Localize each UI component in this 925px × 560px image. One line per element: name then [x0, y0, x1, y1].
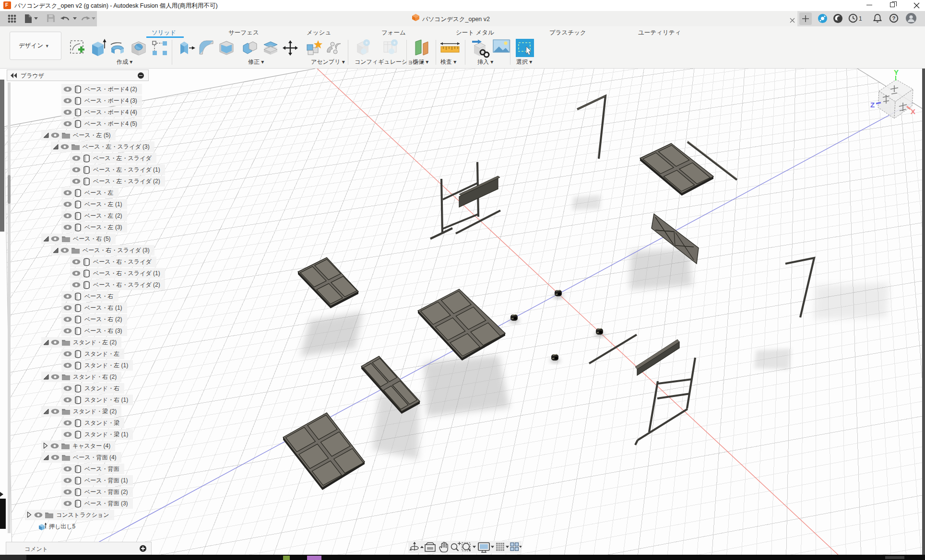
- svg-text:Y: Y: [894, 68, 899, 76]
- svg-text:+: +: [393, 40, 396, 46]
- svg-text:Z: Z: [870, 101, 875, 109]
- svg-text:+: +: [365, 40, 368, 46]
- svg-text:X: X: [911, 107, 915, 116]
- svg-text:?: ?: [892, 15, 896, 21]
